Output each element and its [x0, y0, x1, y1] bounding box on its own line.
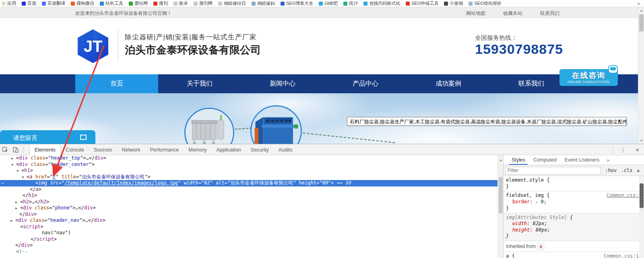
tab-elements[interactable]: Elements [29, 145, 61, 155]
inherited-node-link[interactable]: a [537, 243, 544, 250]
dom-node-line[interactable]: ▼<h1> [0, 168, 497, 174]
css-rule-line[interactable]: } [506, 205, 642, 212]
scrollbar-thumb[interactable] [640, 183, 644, 208]
bookmark-item[interactable]: 百度翻译 [42, 0, 65, 6]
bookmarks-overflow-icon[interactable]: » [637, 1, 640, 6]
dom-node-line[interactable]: </script> [0, 236, 497, 243]
apps-menu[interactable]: 应用 [2, 0, 16, 6]
expand-arrow-icon[interactable]: ▼ [22, 174, 27, 181]
dom-node-line[interactable]: ▶<div class="header_top">…</div> [0, 155, 497, 162]
scrollbar-thumb[interactable] [639, 14, 644, 31]
bookmark-item[interactable]: SEO博客大全 [281, 0, 313, 6]
main-nav: 首页关于我们新闻中心产品中心成功案例联系我们 在线咨询 ONLINE CONSU… [0, 74, 638, 93]
nav-item-首页[interactable]: 首页 [75, 74, 158, 93]
inspect-element-icon[interactable] [0, 145, 10, 155]
tab-memory[interactable]: Memory [184, 145, 211, 155]
css-rule-line[interactable]: } [506, 233, 642, 240]
sidebar-tabs-overflow-icon[interactable]: » [603, 155, 613, 165]
nav-item-新闻中心[interactable]: 新闻中心 [241, 74, 324, 93]
dom-node-line[interactable]: </a> [0, 186, 497, 193]
welcome-link[interactable]: 联系我们 [540, 10, 559, 17]
expand-arrow-icon[interactable]: ▶ [15, 205, 20, 212]
css-rule-line[interactable]: width: 82px; [506, 221, 642, 227]
sidebar-tab-event-listeners[interactable]: Event Listeners [561, 155, 603, 165]
resource-link[interactable]: /template/default/Index/images/logo.jpg [64, 180, 178, 186]
bookmark-item[interactable]: 在线代码格式化 [363, 0, 400, 6]
dom-node-line[interactable]: ▼<a href="/" title="泊头市金泰环保设备有限公司"> [0, 174, 497, 180]
css-rule-line[interactable]: height: 80px; [506, 227, 642, 233]
dom-node-line[interactable]: ▶<div class="header_nav">…</div> [0, 217, 497, 224]
css-rule-line[interactable]: Common.css:8fieldset, img { [506, 192, 642, 199]
bookmark-item[interactable]: SEO优化报价 [469, 0, 501, 6]
online-consult-button[interactable]: 在线咨询 ONLINE CONSULTATION [559, 69, 618, 86]
toggle-hover-state[interactable]: :hov [605, 168, 617, 173]
bookmark-item[interactable]: 小发猫 [444, 0, 463, 6]
styles-scrollbar[interactable] [639, 176, 644, 258]
bookmark-item[interactable]: 百度 [22, 0, 36, 6]
expand-arrow-icon[interactable]: ▼ [17, 168, 21, 174]
company-logo[interactable]: JT [75, 29, 111, 64]
tab-network[interactable]: Network [117, 145, 145, 155]
styles-filter-input[interactable] [505, 167, 601, 174]
expand-arrow-icon[interactable]: ▶ [10, 218, 15, 224]
tab-console[interactable]: Console [61, 145, 89, 155]
css-rule-line[interactable]: img[Attributes Style] { [506, 215, 642, 221]
dom-node-line[interactable]: ▶<div class="phone">…</div> [0, 205, 497, 211]
device-toolbar-icon[interactable] [10, 145, 21, 155]
nav-item-关于我们[interactable]: 关于我们 [158, 74, 241, 93]
dom-node-line[interactable]: <script> [0, 224, 497, 230]
stylesheet-link[interactable]: Common.css:14 [604, 253, 642, 258]
dom-node-line[interactable]: </h1> [0, 192, 497, 199]
tab-performance[interactable]: Performance [145, 145, 184, 155]
css-rule-line[interactable]: border: ▸ 0; [506, 199, 642, 206]
scroll-up-icon[interactable]: ▲ [498, 158, 504, 162]
welcome-link[interactable]: 收藏本站 [503, 10, 522, 17]
dom-node-line[interactable]: </div> [0, 211, 497, 218]
dom-node-line[interactable]: ▶<h2>…</h2> [0, 199, 497, 205]
nav-item-产品中心[interactable]: 产品中心 [324, 74, 407, 93]
close-icon[interactable]: × [631, 146, 644, 153]
sidebar-tab-styles[interactable]: Styles [508, 155, 529, 165]
bookmark-item[interactable]: 搜到 [153, 0, 168, 6]
toggle-class-editor[interactable]: .cls [621, 168, 632, 173]
bookmark-item[interactable]: 站长工具 [100, 0, 123, 6]
css-rule-line[interactable]: } [506, 184, 642, 190]
scroll-up-icon[interactable]: ▲ [638, 7, 644, 14]
scrollbar-thumb[interactable] [499, 177, 503, 213]
expand-arrow-icon[interactable]: ▶ [11, 156, 16, 162]
page-scrollbar[interactable]: ▲ ▼ [638, 7, 644, 144]
dom-node-line[interactable]: ⋯<img src="/template/default/Index/image… [0, 180, 497, 186]
bookmark-item[interactable]: 搜狗微信 [71, 0, 94, 6]
bookmark-item[interactable]: SEO外链工具 [406, 0, 438, 6]
sidebar-tab-computed[interactable]: Computed [529, 155, 561, 165]
dom-node-line[interactable]: </div> [0, 242, 497, 249]
expand-arrow-icon[interactable]: ▼ [11, 162, 16, 168]
tab-sources[interactable]: Sources [89, 145, 117, 155]
tab-audits[interactable]: Audits [274, 145, 297, 155]
bookmark-item[interactable]: 问啥吧 [319, 0, 338, 6]
bookmark-item[interactable]: 收录 [173, 0, 188, 6]
bookmark-favicon [319, 2, 323, 6]
welcome-link[interactable]: 网站地图 [466, 10, 485, 17]
dom-node-line[interactable]: nav("nav") [0, 230, 497, 236]
tab-security[interactable]: Security [246, 145, 274, 155]
scroll-down-icon[interactable]: ▼ [638, 137, 644, 144]
stylesheet-link[interactable]: Common.css:8 [607, 192, 642, 199]
css-rule-line[interactable]: element.style { [506, 177, 642, 184]
bookmark-item[interactable]: 相睦缘妇 [252, 0, 275, 6]
kebab-menu-icon[interactable]: ⋮ [615, 147, 631, 153]
more-actions-icon[interactable]: ⋯ [1, 180, 4, 186]
nav-item-成功案例[interactable]: 成功案例 [407, 74, 490, 93]
bookmark-item[interactable]: 相睦缘结日 [218, 0, 246, 6]
bookmark-item[interactable]: 搜到网 [194, 0, 213, 6]
bookmark-item[interactable]: 统计 [343, 0, 358, 6]
elements-scrollbar[interactable]: ▲ [497, 155, 503, 258]
bookmark-item[interactable]: 爱站网 [129, 0, 148, 6]
dom-node-line[interactable]: ▼<div class="header_center"> [0, 162, 497, 168]
new-style-rule-icon[interactable]: + [636, 167, 640, 174]
dom-node-line[interactable]: <!-- [0, 249, 497, 255]
css-rule-line[interactable]: Common.css:14a { [506, 253, 642, 258]
expand-arrow-icon[interactable]: ▶ [15, 199, 20, 206]
tab-application[interactable]: Application [211, 145, 246, 155]
restore-window-icon[interactable] [80, 135, 87, 140]
